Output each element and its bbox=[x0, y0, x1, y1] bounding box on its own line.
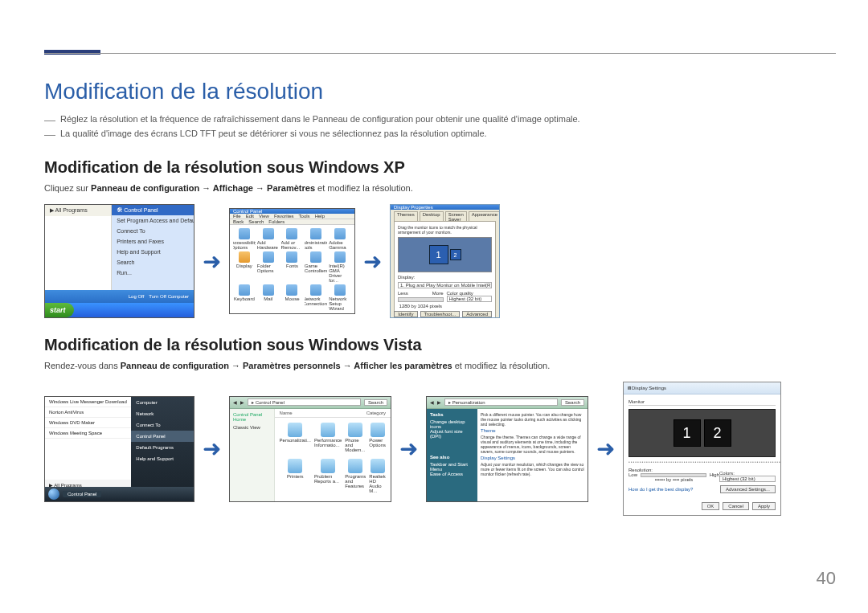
cancel-button[interactable]: Cancel bbox=[723, 502, 749, 510]
xp-menu-item[interactable]: Run... bbox=[112, 268, 194, 278]
taskbar-item[interactable]: Control Panel bbox=[63, 491, 101, 497]
vista-right-item[interactable]: Network bbox=[131, 408, 194, 419]
search-input[interactable]: Search bbox=[561, 399, 584, 406]
cpl-icon[interactable]: Accessibility Options bbox=[233, 228, 256, 250]
cpl-icon[interactable]: Power Options bbox=[369, 423, 386, 456]
xp-menu-item[interactable]: Search bbox=[112, 257, 194, 268]
resolution-slider[interactable] bbox=[398, 297, 444, 302]
xp-start-button[interactable]: start bbox=[45, 303, 74, 317]
nav-fwd-icon[interactable]: ▶ bbox=[240, 399, 244, 405]
xp-menu-item[interactable]: Set Program Access and Defaults bbox=[112, 215, 194, 226]
tab-monitor[interactable]: Monitor bbox=[628, 399, 776, 406]
tab-screensaver[interactable]: Screen Saver bbox=[445, 211, 467, 221]
cpl-icon[interactable]: Programs and Features bbox=[345, 459, 366, 497]
vista-right-item[interactable]: Computer bbox=[131, 397, 194, 408]
menu-edit[interactable]: Edit bbox=[246, 214, 254, 219]
display-settings-link[interactable]: Display Settings bbox=[481, 456, 584, 460]
menu-help[interactable]: Help bbox=[315, 214, 325, 219]
tasks-heading: Tasks bbox=[430, 412, 474, 417]
xp-menu-item[interactable]: Printers and Faxes bbox=[112, 236, 194, 247]
cpl-icon[interactable]: Intel(R) GMA Driver for... bbox=[329, 251, 351, 283]
cpl-icon[interactable]: Keyboard bbox=[233, 284, 256, 311]
colors-select[interactable]: Highest (32 bit) bbox=[447, 296, 493, 302]
monitor-2[interactable]: 2 bbox=[704, 419, 731, 447]
menu-favorites[interactable]: Favorites bbox=[274, 214, 294, 219]
xp-menu-item[interactable]: Connect To bbox=[112, 226, 194, 236]
apply-button[interactable]: Apply bbox=[752, 502, 776, 510]
bullet-1: Réglez la résolution et la fréquence de … bbox=[60, 112, 580, 127]
cpl-icon[interactable]: Add or Remov... bbox=[281, 228, 304, 250]
vista-monitor-layout[interactable]: 1 2 bbox=[628, 409, 776, 457]
menu-file[interactable]: File bbox=[233, 214, 241, 219]
theme-link[interactable]: Theme bbox=[481, 428, 584, 433]
display-select[interactable]: 1. Plug and Play Monitor on Mobile Intel… bbox=[398, 282, 492, 288]
monitor-1[interactable]: 1 bbox=[429, 245, 448, 264]
xp-control-panel-item[interactable]: 🛠 Control Panel bbox=[112, 205, 194, 215]
cpl-icon[interactable]: Fonts bbox=[281, 251, 304, 283]
advanced-settings-button[interactable]: Advanced Settings... bbox=[720, 485, 776, 493]
cpl-icon[interactable]: Administrative Tools bbox=[305, 228, 327, 250]
cpl-icon[interactable]: Adobe Gamma bbox=[329, 228, 351, 250]
nav-back-icon[interactable]: ◀ bbox=[430, 399, 434, 405]
advanced-button[interactable]: Advanced bbox=[462, 311, 492, 317]
vista-right-control-panel[interactable]: Control Panel bbox=[131, 431, 194, 442]
monitor-1[interactable]: 1 bbox=[674, 419, 701, 447]
cpl-home-link[interactable]: Control Panel Home bbox=[233, 412, 271, 422]
identify-button[interactable]: Identify bbox=[394, 311, 417, 317]
help-link[interactable]: How do I get the best display? bbox=[628, 487, 693, 492]
cpl-icon[interactable]: Network Setup Wizard bbox=[329, 284, 351, 311]
search-input[interactable]: Search bbox=[364, 399, 387, 406]
cpl-icon[interactable]: Mail bbox=[257, 284, 280, 311]
breadcrumb[interactable]: ▸ Personalization bbox=[444, 398, 558, 406]
cpl-icon[interactable]: Performance Informatio... bbox=[314, 423, 342, 456]
vista-start-item[interactable]: Norton AntiVirus bbox=[45, 407, 131, 418]
cpl-icon[interactable]: Folder Options bbox=[257, 251, 280, 283]
task-link[interactable]: Change desktop icons bbox=[430, 419, 474, 429]
resolution-slider[interactable] bbox=[641, 473, 706, 477]
vista-start-orb-icon[interactable] bbox=[48, 488, 59, 500]
vista-start-item[interactable]: Windows Live Messenger Download bbox=[45, 397, 131, 407]
cpl-icon[interactable]: Mouse bbox=[281, 284, 304, 311]
tab-themes[interactable]: Themes bbox=[394, 211, 418, 221]
cpl-icon-personalization[interactable]: Personalizati... bbox=[280, 423, 311, 456]
tab-desktop[interactable]: Desktop bbox=[420, 211, 444, 221]
redacted-dropdown[interactable]: ••••••••••••••••••••••••••••••••••••••••… bbox=[628, 460, 776, 464]
cpl-icon[interactable]: Problem Reports a... bbox=[314, 459, 342, 497]
cpl-icon[interactable]: Game Controllers bbox=[305, 251, 327, 283]
colors-select[interactable]: Highest (32 bit) bbox=[719, 476, 776, 482]
cpl-icon-display[interactable]: Display bbox=[233, 251, 256, 283]
xp-menu-item[interactable]: Help and Support bbox=[112, 247, 194, 257]
cpl-icon[interactable]: Realtek HD Audio M... bbox=[369, 459, 386, 497]
seealso-link[interactable]: Ease of Access bbox=[430, 472, 474, 476]
classic-view-link[interactable]: Classic View bbox=[233, 425, 271, 430]
cpl-icon[interactable]: Phone and Modem... bbox=[345, 423, 366, 456]
nav-back-icon[interactable]: ◀ bbox=[233, 399, 237, 405]
menu-view[interactable]: View bbox=[259, 214, 269, 219]
ok-button[interactable]: OK bbox=[702, 502, 720, 510]
xp-all-programs[interactable]: ▶ All Programs bbox=[45, 205, 111, 216]
folders-button[interactable]: Folders bbox=[268, 219, 285, 224]
cpl-icon[interactable]: Add Hardware bbox=[257, 228, 280, 250]
search-button[interactable]: Search bbox=[248, 219, 264, 224]
xp-disp-hint: Drag the monitor icons to match the phys… bbox=[398, 225, 492, 235]
cpl-icon[interactable]: Printers bbox=[280, 459, 311, 497]
troubleshoot-button[interactable]: Troubleshoot... bbox=[420, 311, 461, 317]
xp-turnoff-button[interactable]: Turn Off Computer bbox=[149, 294, 189, 299]
nav-fwd-icon[interactable]: ▶ bbox=[437, 399, 441, 405]
vista-start-item[interactable]: Windows Meeting Space bbox=[45, 428, 131, 439]
task-link[interactable]: Adjust font size (DPI) bbox=[430, 429, 474, 439]
xp-logoff-button[interactable]: Log Off bbox=[129, 294, 145, 299]
menu-tools[interactable]: Tools bbox=[299, 214, 310, 219]
back-button[interactable]: Back bbox=[233, 219, 244, 224]
vista-start-item[interactable]: Windows DVD Maker bbox=[45, 418, 131, 428]
vista-right-item[interactable]: Default Programs bbox=[131, 442, 194, 453]
xp-monitor-layout[interactable]: 1 2 bbox=[398, 237, 492, 272]
breadcrumb[interactable]: ▸ Control Panel bbox=[248, 398, 361, 406]
res-more: More bbox=[432, 291, 444, 296]
seealso-link[interactable]: Taskbar and Start Menu bbox=[430, 462, 474, 472]
monitor-2[interactable]: 2 bbox=[450, 249, 461, 260]
cpl-icon[interactable]: Network Connections bbox=[305, 284, 327, 311]
vista-right-item[interactable]: Help and Support bbox=[131, 453, 194, 464]
vista-right-item[interactable]: Connect To bbox=[131, 419, 194, 431]
tab-appearance[interactable]: Appearance bbox=[469, 211, 500, 221]
